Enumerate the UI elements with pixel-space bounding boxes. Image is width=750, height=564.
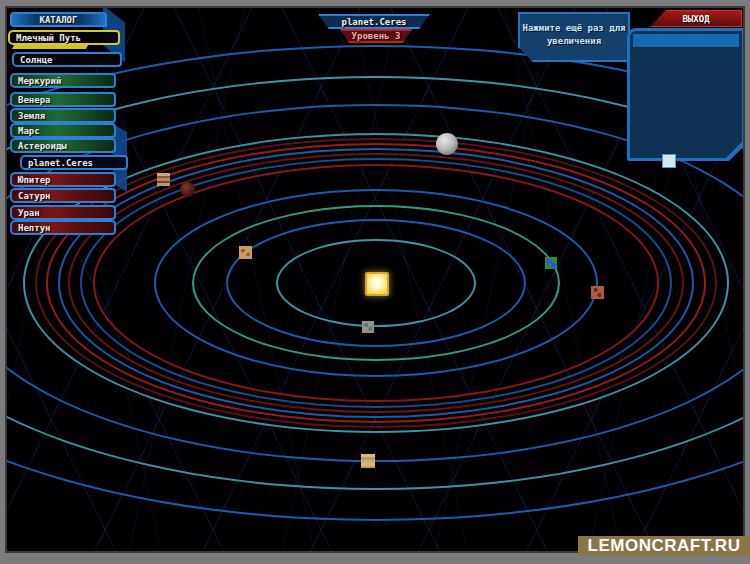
body-ceres-selected[interactable] <box>436 133 458 155</box>
exit-button[interactable]: ВЫХОД <box>650 10 742 27</box>
zoom-hint-box: Нажмите ещё раз для увеличения <box>518 12 630 62</box>
sidebar-item-milky-way[interactable]: Млечный Путь <box>8 30 120 45</box>
body-saturn[interactable] <box>361 454 375 468</box>
sidebar-header-label: КАТАЛОГ <box>40 15 78 25</box>
body-mars[interactable] <box>591 286 604 299</box>
body-mercury[interactable] <box>362 321 374 333</box>
sidebar-item-label: planet.Ceres <box>28 158 93 168</box>
tier-label: Уровень 3 <box>352 31 401 41</box>
sidebar-item-label: Нептун <box>18 223 51 233</box>
zoom-hint-line1: Нажмите ещё раз для <box>520 22 628 35</box>
sidebar-item-label: Юпитер <box>18 175 51 185</box>
sidebar-item-uranus[interactable]: Уран <box>10 205 116 220</box>
preview-panel-header <box>633 34 739 47</box>
sidebar-item-label: Астероиды <box>18 141 67 151</box>
body-jupiter[interactable] <box>157 173 170 186</box>
sidebar-item-label: Меркурий <box>18 76 61 86</box>
sidebar-item-asteroids[interactable]: Астероиды <box>10 138 116 153</box>
sidebar-item-label: Сатурн <box>18 191 51 201</box>
body-asteroid-dark[interactable] <box>180 182 195 197</box>
game-window-frame: КАТАЛОГ Млечный ПутьСолнцеМеркурийВенера… <box>0 0 750 564</box>
sidebar-item-mercury[interactable]: Меркурий <box>10 73 116 88</box>
sidebar-item-label: Солнце <box>20 55 53 65</box>
sidebar-item-label: Уран <box>18 208 40 218</box>
selection-underline <box>12 45 88 49</box>
sidebar-item-label: Млечный Путь <box>16 33 81 43</box>
celestial-map-stage[interactable]: КАТАЛОГ Млечный ПутьСолнцеМеркурийВенера… <box>7 8 743 551</box>
selected-body-label: planet.Ceres <box>341 17 406 27</box>
preview-scroll-handle[interactable] <box>662 154 676 168</box>
sidebar-item-label: Марс <box>18 126 40 136</box>
sidebar-item-jupiter[interactable]: Юпитер <box>10 172 116 187</box>
selected-body-banner: planet.Ceres <box>318 14 430 29</box>
zoom-hint-line2: увеличения <box>520 35 628 48</box>
sidebar-item-label: Венера <box>18 95 51 105</box>
sidebar-item-saturn[interactable]: Сатурн <box>10 188 116 203</box>
sidebar-item-venus[interactable]: Венера <box>10 92 116 107</box>
preview-panel <box>627 28 743 161</box>
watermark-text: LEMONCRAFT.RU <box>588 536 741 556</box>
body-sun[interactable] <box>365 272 389 296</box>
sidebar-item-neptune[interactable]: Нептун <box>10 220 116 235</box>
body-earth[interactable] <box>545 257 557 269</box>
sidebar-item-ceres[interactable]: planet.Ceres <box>20 155 128 170</box>
exit-button-label: ВЫХОД <box>682 14 709 24</box>
body-venus[interactable] <box>239 246 252 259</box>
sidebar-item-sun[interactable]: Солнце <box>12 52 122 67</box>
watermark-banner: LEMONCRAFT.RU <box>578 536 750 556</box>
sidebar-item-earth[interactable]: Земля <box>10 108 116 123</box>
sidebar-item-mars[interactable]: Марс <box>10 123 116 138</box>
sidebar-item-label: Земля <box>18 111 45 121</box>
tier-banner: Уровень 3 <box>340 29 412 43</box>
sidebar-header: КАТАЛОГ <box>10 12 107 27</box>
